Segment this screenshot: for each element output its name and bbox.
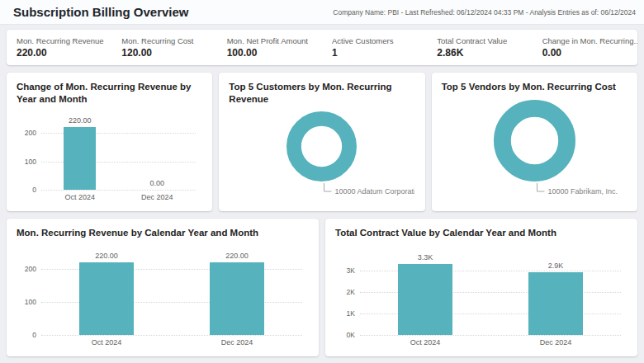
kpi-label: Mon. Recurring Cost [121, 36, 216, 45]
kpi-value: 0.00 [542, 47, 637, 59]
y-tick-label: 0K [335, 331, 355, 339]
middle-visuals-row: Change of Mon. Recurring Revenue by Year… [7, 73, 637, 211]
x-tick-label: Oct 2024 [360, 338, 490, 346]
kpi-label: Mon. Net Profit Amount [227, 36, 322, 45]
card-change-mrr-chart: Change of Mon. Recurring Revenue by Year… [7, 73, 212, 211]
kpi-total-contract-value[interactable]: Total Contract Value 2.86K [427, 36, 532, 59]
y-tick-label: 0 [17, 186, 36, 194]
chart-title: Top 5 Customers by Mon. Recurring Revenu… [229, 81, 414, 105]
report-header: Subscription Billing Overview Company Na… [0, 0, 644, 25]
bar-dec-2024[interactable] [528, 272, 583, 334]
dashboard-page: Subscription Billing Overview Company Na… [0, 0, 644, 363]
kpi-value: 220.00 [17, 47, 111, 59]
bar-oct-2024[interactable] [79, 262, 134, 335]
gridline [41, 190, 196, 191]
kpi-change-in-mon-recurring[interactable]: Change in Mon. Recurring... 0.00 [533, 36, 637, 59]
x-tick-label: Dec 2024 [119, 193, 197, 201]
donut-ring-slice[interactable] [294, 119, 349, 174]
bar-value-label: 0.00 [119, 179, 197, 187]
card-top-customers-donut: Top 5 Customers by Mon. Recurring Revenu… [219, 73, 424, 211]
donut-svg: 10000 Adatum Corporation [229, 108, 414, 203]
kpi-label: Total Contract Value [437, 36, 532, 45]
donut-slice-label: 10000 Adatum Corporation [335, 187, 415, 196]
y-tick-label: 100 [17, 158, 36, 166]
bar-value-label: 2.9K [490, 262, 621, 270]
callout-leader-line [324, 183, 332, 191]
y-tick-label: 1K [335, 309, 355, 318]
kpi-value: 120.00 [121, 47, 216, 59]
kpi-value: 2.86K [437, 47, 532, 59]
bar-chart-change-mrr[interactable]: 0100200220.00Oct 20240.00Dec 2024 [17, 108, 202, 203]
donut-slice-label: 10000 Fabrikam, Inc. [547, 187, 618, 196]
kpi-mon-recurring-cost[interactable]: Mon. Recurring Cost 120.00 [111, 36, 216, 59]
chart-title: Change of Mon. Recurring Revenue by Year… [17, 81, 202, 105]
kpi-label: Change in Mon. Recurring... [542, 36, 637, 45]
bar-value-label: 220.00 [41, 252, 172, 260]
bar-value-label: 220.00 [41, 116, 119, 125]
kpi-value: 1 [332, 47, 427, 59]
donut-chart-top-vendors[interactable]: 10000 Fabrikam, Inc. [442, 97, 627, 203]
bar-oct-2024[interactable] [64, 127, 96, 190]
header-meta-info: Company Name: PBI - Last Refreshed: 06/1… [333, 8, 636, 16]
x-tick-label: Oct 2024 [41, 338, 172, 346]
chart-title: Mon. Recurring Revenue by Calendar Year … [17, 227, 309, 239]
gridline [360, 335, 621, 336]
kpi-active-customers[interactable]: Active Customers 1 [322, 36, 427, 59]
chart-title: Total Contract Value by Calendar Year an… [335, 227, 627, 239]
y-tick-label: 2K [335, 288, 355, 296]
kpi-label: Active Customers [332, 36, 427, 45]
x-tick-label: Dec 2024 [490, 338, 621, 346]
card-mrr-by-month-chart: Mon. Recurring Revenue by Calendar Year … [7, 219, 319, 356]
y-tick-label: 0 [17, 331, 36, 339]
card-tcv-by-month-chart: Total Contract Value by Calendar Year an… [325, 219, 637, 356]
bottom-visuals-row: Mon. Recurring Revenue by Calendar Year … [7, 219, 637, 356]
report-canvas: Mon. Recurring Revenue 220.00 Mon. Recur… [0, 25, 644, 363]
kpi-mon-net-profit[interactable]: Mon. Net Profit Amount 100.00 [217, 36, 322, 59]
gridline [41, 335, 302, 336]
donut-svg: 10000 Fabrikam, Inc. [442, 97, 627, 203]
donut-chart-top-customers[interactable]: 10000 Adatum Corporation [229, 108, 414, 203]
bar-value-label: 220.00 [172, 252, 302, 260]
y-tick-label: 200 [17, 129, 36, 137]
y-tick-label: 200 [17, 265, 36, 273]
card-top-vendors-donut: Top 5 Vendors by Mon. Recurring Cost 100… [432, 73, 637, 211]
kpi-mon-recurring-revenue[interactable]: Mon. Recurring Revenue 220.00 [7, 36, 111, 59]
x-tick-label: Dec 2024 [172, 338, 302, 346]
x-tick-label: Oct 2024 [41, 193, 119, 201]
page-title: Subscription Billing Overview [13, 5, 189, 19]
bar-value-label: 3.3K [360, 253, 490, 262]
bar-dec-2024[interactable] [210, 262, 264, 335]
kpi-label: Mon. Recurring Revenue [17, 36, 111, 45]
kpi-value: 100.00 [227, 47, 322, 59]
bar-chart-mrr-by-month[interactable]: 0100200220.00Oct 2024220.00Dec 2024 [17, 243, 309, 348]
kpi-strip: Mon. Recurring Revenue 220.00 Mon. Recur… [7, 30, 637, 65]
donut-ring-slice[interactable] [502, 108, 566, 172]
bar-chart-tcv-by-month[interactable]: 0K1K2K3K3.3KOct 20242.9KDec 2024 [335, 243, 627, 348]
chart-title: Top 5 Vendors by Mon. Recurring Cost [442, 81, 627, 93]
callout-leader-line [537, 183, 544, 191]
y-tick-label: 3K [335, 266, 355, 275]
bar-oct-2024[interactable] [398, 264, 452, 335]
y-tick-label: 100 [17, 298, 36, 306]
